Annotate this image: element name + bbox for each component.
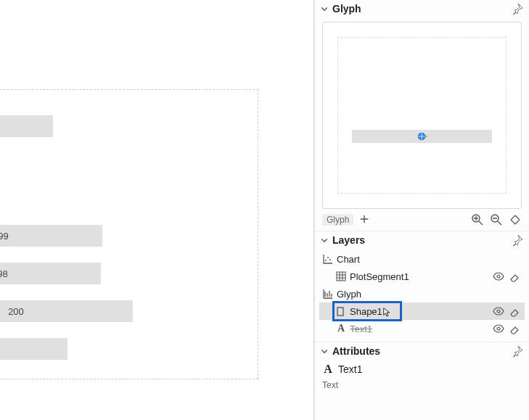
layer-item-text-label: Text1: [350, 324, 372, 334]
bar-4-label: 200: [8, 306, 24, 317]
glyph-panel-header: Glyph: [315, 0, 529, 17]
svg-point-6: [329, 259, 331, 260]
glyph-toolbar: Glyph: [315, 210, 529, 231]
attributes-panel-header: Attributes: [315, 342, 529, 360]
erase-icon[interactable]: [509, 305, 520, 317]
svg-point-9: [497, 310, 500, 313]
cursor-icon: [385, 305, 395, 317]
layer-item-shape[interactable]: Shape1: [319, 302, 525, 320]
layers-panel-header: Layers: [315, 231, 529, 249]
globe-icon: [417, 131, 427, 141]
grid-icon: [335, 271, 347, 282]
layers-tree: Chart PlotSegment1 Glyph Shape1: [315, 249, 529, 342]
glyph-tag[interactable]: Glyph: [322, 214, 353, 226]
bar-0[interactable]: 158: [0, 115, 53, 137]
layer-item-glyph-label: Glyph: [337, 289, 361, 300]
attribute-text1[interactable]: A Text1: [322, 363, 522, 376]
fit-view-icon[interactable]: [509, 213, 522, 226]
attributes-panel-title: Attributes: [332, 345, 512, 357]
layer-item-plotsegment[interactable]: PlotSegment1: [319, 268, 525, 285]
svg-rect-1: [425, 136, 427, 138]
plus-icon[interactable]: [359, 214, 371, 226]
bar-5[interactable]: 167: [0, 338, 67, 360]
glyph-icon: [322, 288, 334, 300]
layer-item-chart-label: Chart: [337, 254, 360, 265]
svg-point-4: [325, 260, 327, 261]
layer-item-text[interactable]: A Text1: [319, 320, 525, 337]
text-icon: A: [335, 323, 347, 334]
chevron-down-icon[interactable]: [319, 4, 329, 14]
erase-icon[interactable]: [509, 323, 520, 334]
layer-item-chart[interactable]: Chart: [319, 250, 525, 268]
layer-item-glyph[interactable]: Glyph: [319, 285, 525, 302]
right-side-panels: Glyph Glyph: [314, 0, 529, 420]
pin-icon[interactable]: [512, 234, 523, 246]
bar-3[interactable]: 198: [0, 263, 101, 284]
scatter-chart-icon: [322, 253, 334, 265]
svg-rect-8: [337, 308, 343, 316]
glyph-dashed-guide: [337, 37, 507, 194]
erase-icon[interactable]: [509, 271, 520, 282]
text-icon: A: [322, 363, 334, 376]
svg-point-10: [497, 327, 500, 330]
svg-point-7: [497, 275, 500, 278]
zoom-out-icon[interactable]: [490, 213, 503, 226]
pin-icon[interactable]: [512, 345, 523, 357]
eye-icon[interactable]: [493, 271, 504, 282]
glyph-editor-canvas[interactable]: [322, 22, 522, 209]
zoom-in-icon[interactable]: [471, 213, 484, 226]
bar-4[interactable]: 200: [0, 300, 133, 322]
glyph-panel-title: Glyph: [332, 3, 512, 15]
bar-2-label: 199: [0, 231, 9, 242]
eye-icon[interactable]: [493, 305, 504, 317]
attribute-section-text: Text: [322, 380, 522, 390]
layer-item-plotsegment-label: PlotSegment1: [350, 271, 409, 282]
bar-3-label: 198: [0, 268, 8, 279]
layer-item-shape-label: Shape1: [350, 306, 382, 317]
layers-panel-title: Layers: [332, 234, 512, 246]
bar-2[interactable]: 199: [0, 225, 102, 247]
chevron-down-icon[interactable]: [319, 235, 329, 245]
attributes-body: A Text1 Text: [315, 360, 529, 395]
rectangle-icon: [335, 305, 347, 317]
pin-icon[interactable]: [512, 3, 523, 15]
eye-icon[interactable]: [493, 323, 504, 334]
svg-point-5: [327, 257, 329, 258]
plot-segment-bounds: 158 199 198 200 167: [0, 89, 258, 379]
chart-canvas[interactable]: 158 199 198 200 167: [0, 0, 314, 420]
attribute-text1-label: Text1: [338, 363, 362, 375]
chevron-down-icon[interactable]: [319, 346, 329, 356]
